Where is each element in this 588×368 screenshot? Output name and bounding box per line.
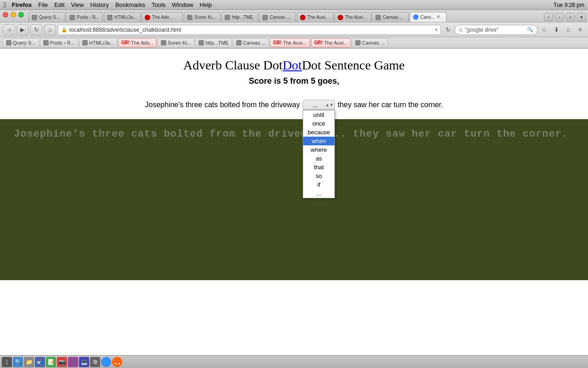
new-tab-button[interactable]: +: [566, 13, 575, 21]
menu-tools[interactable]: Tools: [152, 1, 165, 8]
bookmark-gb2[interactable]: GB! The Auxi...: [270, 38, 310, 47]
sentence-before: Josephine's three cats bolted from the d…: [145, 101, 300, 109]
tab-label-5: http...TME: [232, 15, 253, 20]
tab-7[interactable]: The Auxi...: [297, 12, 334, 22]
home-button[interactable]: ⌂: [44, 24, 56, 35]
bookmark-http[interactable]: http...TME: [195, 38, 232, 47]
tab-favicon-0: [32, 15, 37, 20]
tab-label-0: Query S...: [39, 15, 60, 20]
refresh-icon[interactable]: ↻: [443, 25, 453, 35]
forward-button[interactable]: ▶: [17, 24, 28, 35]
option-once[interactable]: once: [303, 119, 334, 128]
tab-label-1: Posts ‹ R...: [77, 15, 99, 20]
option-when[interactable]: when: [303, 137, 334, 145]
bookmark-star-icon[interactable]: ☆: [539, 25, 549, 35]
minimize-button[interactable]: [11, 12, 16, 17]
tab-3[interactable]: The Adv...: [141, 12, 183, 22]
bookmark-posts[interactable]: Posts ‹ R...: [40, 38, 78, 47]
tab-label-8: The Auxi...: [345, 15, 367, 20]
nav-bar: ◀ ▶ ↻ ⌂ 🔒 localhost:8888/adverbclause_ch…: [0, 23, 588, 37]
bookmark-favicon-canvas1: [236, 40, 242, 46]
bookmark-html[interactable]: HTML/Ja...: [79, 38, 117, 47]
option-so[interactable]: so: [303, 172, 334, 180]
menu-bookmarks[interactable]: Bookmarks: [115, 1, 145, 8]
option-where[interactable]: where: [303, 145, 334, 154]
more-icon[interactable]: ≡: [575, 25, 585, 35]
menu-view[interactable]: View: [71, 1, 84, 8]
tab-scroll-right[interactable]: ›: [555, 13, 564, 21]
option-if[interactable]: if: [303, 180, 334, 189]
window-controls: [0, 10, 27, 22]
tab-10[interactable]: Canv... ✕: [410, 12, 447, 22]
tab-8[interactable]: The Auxi...: [334, 12, 371, 22]
url-text: localhost:8888/adverbclause_chalkboard.h…: [69, 27, 181, 33]
search-icon[interactable]: 🔍: [527, 27, 533, 33]
option-that[interactable]: that: [303, 163, 334, 172]
bookmark-favicon-posts: [43, 40, 49, 46]
tab-2[interactable]: HTML/Ja...: [104, 12, 141, 22]
menu-file[interactable]: File: [38, 1, 48, 8]
bookmark-favicon-canvas2: [355, 40, 361, 46]
bookmark-canvas2[interactable]: Canvas ...: [352, 38, 388, 47]
tab-favicon-1: [69, 15, 75, 20]
option-as[interactable]: as: [303, 154, 334, 163]
menu-edit[interactable]: Edit: [54, 1, 64, 8]
option-until[interactable]: until: [303, 110, 334, 119]
option-because[interactable]: because: [303, 128, 334, 137]
dropdown-menu[interactable]: until once because when where as that so…: [303, 110, 335, 198]
bookmark-canvas1[interactable]: Canvas ...: [233, 38, 269, 47]
tab-label-7: The Auxi...: [307, 15, 329, 20]
score-text: Score is 5 from 5 goes: [249, 76, 337, 86]
tab-favicon-2: [107, 15, 113, 20]
tab-label-4: Soren Ki...: [194, 15, 216, 20]
tab-1[interactable]: Posts ‹ R...: [66, 12, 103, 22]
apple-menu[interactable]: : [4, 1, 6, 9]
bookmark-favicon-html: [82, 40, 88, 46]
home-nav-icon[interactable]: ⌂: [563, 25, 573, 35]
sentence-select[interactable]: ... ▲▼: [303, 100, 335, 110]
search-engine-icon: G: [459, 27, 463, 33]
bookmark-gb1-icon: GB!: [121, 40, 130, 45]
tab-0[interactable]: Query S...: [28, 12, 65, 22]
tab-label-6: Canvas ...: [270, 15, 290, 20]
menu-help[interactable]: Help: [200, 1, 212, 8]
back-button[interactable]: ◀: [3, 24, 15, 35]
menu-history[interactable]: History: [90, 1, 109, 8]
menu-firefox[interactable]: Firefox: [12, 1, 32, 8]
tab-controls: ‹ › + ▾: [544, 13, 586, 22]
tab-6[interactable]: Canvas ...: [259, 12, 296, 22]
bookmark-favicon-soren: [161, 40, 166, 46]
menubar-right: Tue 9:28 pm: [554, 2, 584, 8]
tab-9[interactable]: Canvas ...: [372, 12, 409, 22]
tab-label-2: HTML/Ja...: [114, 15, 137, 20]
score-period: .: [337, 76, 339, 86]
tab-4[interactable]: Soren Ki...: [184, 12, 220, 22]
address-bar[interactable]: 🔒 localhost:8888/adverbclause_chalkboard…: [58, 25, 441, 35]
tab-list-button[interactable]: ▾: [577, 13, 586, 21]
download-icon[interactable]: ⬇: [551, 25, 561, 35]
search-bar[interactable]: G "google drive" 🔍: [455, 25, 537, 35]
bookmark-favicon-http: [198, 40, 204, 46]
maximize-button[interactable]: [18, 12, 24, 17]
bookmark-query[interactable]: Query S...: [3, 38, 39, 47]
tab-5[interactable]: http...TME: [221, 12, 258, 22]
nav-icons: ↻: [443, 25, 453, 35]
bookmark-favicon-query: [6, 40, 11, 46]
bookmark-gb1[interactable]: GB! The Adv...: [118, 38, 157, 47]
title-part1: Adverb Clause Dot: [183, 58, 283, 72]
tab-label-9: Canvas ...: [383, 15, 403, 20]
tab-close-10[interactable]: ✕: [436, 14, 442, 20]
tab-label-10: Canv...: [420, 15, 435, 20]
reload-button[interactable]: ↻: [30, 24, 42, 35]
chalkboard: Josephine's three cats bolted from the d…: [0, 119, 588, 280]
option-dots[interactable]: ...: [303, 189, 334, 198]
bookmark-gb2-icon: GB!: [273, 40, 281, 45]
menu-window[interactable]: Window: [172, 1, 193, 8]
page-title: Adverb Clause DotDotDot Sentence Game: [0, 58, 588, 73]
close-button[interactable]: [3, 12, 8, 17]
bookmark-gb3[interactable]: GB! The Auxi...: [311, 38, 351, 47]
title-part2: Dot Sentence Game: [302, 58, 405, 72]
tab-favicon-5: [225, 15, 230, 20]
bookmark-soren[interactable]: Soren Ki...: [158, 38, 194, 47]
tab-scroll-left[interactable]: ‹: [544, 13, 553, 21]
